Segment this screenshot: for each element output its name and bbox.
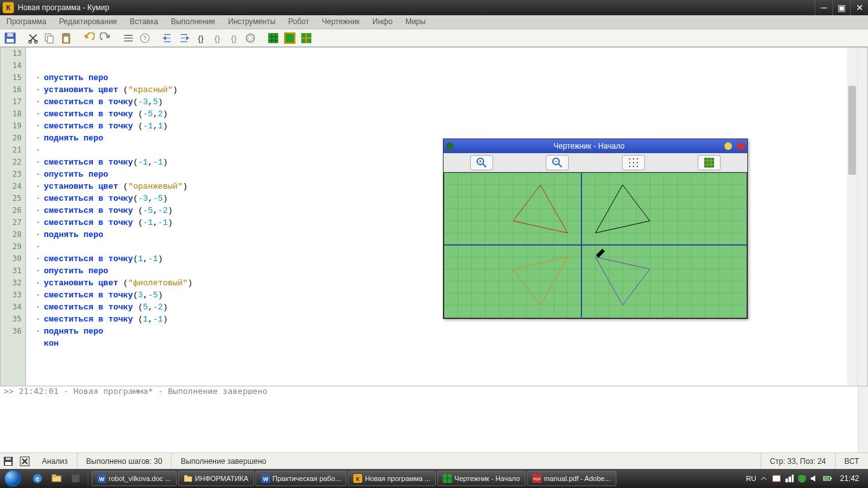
menu-программа[interactable]: Программа xyxy=(0,15,53,29)
svg-rect-52 xyxy=(773,475,780,482)
svg-point-29 xyxy=(633,166,634,167)
menu-инфо[interactable]: Инфо xyxy=(366,15,399,29)
line-number-gutter: 1314151617181920212223242526272829303132… xyxy=(1,48,26,386)
svg-text:W: W xyxy=(99,476,105,482)
taskbar-task[interactable]: КНовая программа ... xyxy=(348,471,436,486)
status-steps: Выполнено шагов: 30 xyxy=(78,453,172,469)
status-analysis[interactable]: Анализ xyxy=(33,453,78,469)
indent-in-button[interactable] xyxy=(160,31,175,45)
code-line[interactable]: ·поднять перо xyxy=(32,325,857,337)
code-line[interactable]: ·сместиться в точку (-1,1) xyxy=(32,120,857,132)
tray-arrow-icon[interactable] xyxy=(759,473,769,484)
svg-point-26 xyxy=(633,162,634,163)
zoom-in-button[interactable] xyxy=(470,155,493,170)
status-close-icon[interactable] xyxy=(18,454,32,468)
svg-rect-40 xyxy=(72,475,79,482)
cut-button[interactable] xyxy=(25,31,41,45)
grid-button[interactable] xyxy=(622,155,645,170)
code-line[interactable]: ·опустить перо xyxy=(32,72,857,84)
svg-rect-1 xyxy=(8,33,13,37)
scrollbar-thumb[interactable] xyxy=(848,86,856,175)
status-position: Стр: 33, Поз: 24 xyxy=(761,453,836,469)
menu-вставка[interactable]: Вставка xyxy=(123,15,165,29)
menu-чертежник[interactable]: Чертежник xyxy=(316,15,367,29)
brace3-button[interactable]: {} xyxy=(226,31,241,45)
close-button[interactable]: ✕ xyxy=(850,0,868,15)
tray-clock[interactable]: 21:42 xyxy=(835,474,864,483)
editor-scrollbar[interactable] xyxy=(847,48,857,386)
svg-rect-43 xyxy=(184,477,192,482)
code-line[interactable]: кон xyxy=(32,337,857,349)
drafter-minimize-button[interactable] xyxy=(724,142,732,150)
drafter-toolbar xyxy=(444,153,747,172)
menu-робот[interactable]: Робот xyxy=(282,15,316,29)
code-line[interactable] xyxy=(32,349,857,362)
status-message: Выполнение завершено xyxy=(172,453,761,469)
svg-point-27 xyxy=(637,162,638,163)
pinned-explorer[interactable] xyxy=(48,471,65,486)
menu-инструменты[interactable]: Инструменты xyxy=(222,15,282,29)
status-save-icon[interactable] xyxy=(1,454,15,468)
redo-button[interactable] xyxy=(98,31,113,45)
svg-text:PDF: PDF xyxy=(533,477,541,481)
tray-flag-icon[interactable] xyxy=(771,473,782,484)
svg-rect-44 xyxy=(184,475,187,477)
format-button[interactable] xyxy=(121,31,136,45)
taskbar-task[interactable]: ИНФОРМАТИКА xyxy=(178,471,254,486)
svg-point-30 xyxy=(637,166,638,167)
svg-point-22 xyxy=(629,158,630,159)
menu-редактирование[interactable]: Редактирование xyxy=(53,15,123,29)
zoom-out-button[interactable] xyxy=(546,155,569,170)
menu-миры[interactable]: Миры xyxy=(399,15,432,29)
brace1-button[interactable]: {} xyxy=(193,31,208,45)
tray-shield-icon[interactable] xyxy=(797,473,807,484)
pinned-app[interactable] xyxy=(67,471,84,486)
side-panel xyxy=(857,48,867,386)
help-button[interactable]: ? xyxy=(137,31,153,45)
taskbar-task[interactable]: PDFmanual.pdf - Adobe... xyxy=(527,471,616,486)
svg-point-23 xyxy=(633,158,634,159)
grid2-button[interactable] xyxy=(282,31,297,45)
drafter-titlebar[interactable]: Чертежник - Начало xyxy=(444,139,747,153)
taskbar-task[interactable]: WПрактическая рабо... xyxy=(255,471,347,486)
statusbar: Анализ Выполнено шагов: 30 Выполнение за… xyxy=(0,452,868,469)
save-button[interactable] xyxy=(3,31,18,45)
undo-button[interactable] xyxy=(81,31,97,45)
svg-rect-34 xyxy=(5,462,11,465)
code-line[interactable]: ·сместиться в точку (-5,2) xyxy=(32,108,857,120)
indent-out-button[interactable] xyxy=(177,31,192,45)
taskbar-task[interactable]: Wrobot_vilkova.doc ... xyxy=(92,471,177,486)
svg-rect-31 xyxy=(705,158,714,167)
taskbar-task[interactable]: Чертежник - Начало xyxy=(437,471,526,486)
tray-battery-icon[interactable] xyxy=(822,473,832,484)
tray-network-icon[interactable] xyxy=(784,473,794,484)
copy-button[interactable] xyxy=(42,31,57,45)
svg-rect-55 xyxy=(792,475,794,482)
maximize-button[interactable]: ▣ xyxy=(832,0,850,15)
start-button[interactable] xyxy=(0,470,25,487)
tray-lang[interactable]: RU xyxy=(746,475,756,482)
drafter-close-button[interactable] xyxy=(737,142,745,150)
stop-button[interactable] xyxy=(243,31,258,45)
svg-point-24 xyxy=(637,158,638,159)
code-line[interactable]: ·сместиться в точку(-3,5) xyxy=(32,96,857,108)
menu-выполнение[interactable]: Выполнение xyxy=(165,15,222,29)
tray-volume-icon[interactable] xyxy=(810,473,820,484)
svg-point-25 xyxy=(629,162,630,163)
svg-point-28 xyxy=(629,166,630,167)
system-tray[interactable]: RU 21:42 xyxy=(742,473,868,484)
minimize-button[interactable]: ─ xyxy=(815,0,832,15)
window-titlebar: К Новая программа - Кумир ─ ▣ ✕ xyxy=(0,0,868,15)
grid1-button[interactable] xyxy=(266,31,281,45)
drafter-canvas[interactable] xyxy=(444,172,747,318)
fit-button[interactable] xyxy=(698,155,721,170)
toolbar: ? {} {} {} xyxy=(0,29,868,47)
svg-rect-39 xyxy=(52,475,56,477)
svg-text:{}: {} xyxy=(214,33,220,43)
drafter-window[interactable]: Чертежник - Начало xyxy=(443,139,748,319)
paste-button[interactable] xyxy=(58,31,74,45)
pinned-ie[interactable]: e xyxy=(29,471,46,486)
brace2-button[interactable]: {} xyxy=(210,31,225,45)
code-line[interactable]: ·установить цвет ("красный") xyxy=(32,84,857,96)
grid3-button[interactable] xyxy=(299,31,314,45)
